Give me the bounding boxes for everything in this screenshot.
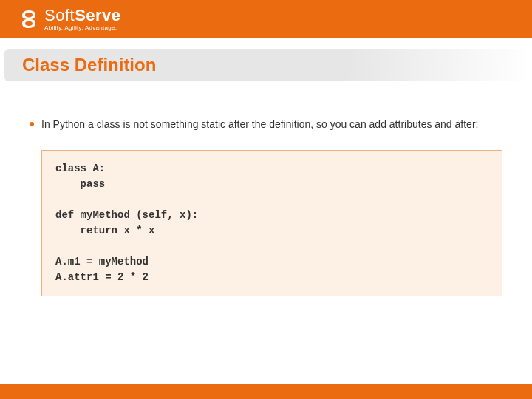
- slide-title: Class Definition: [22, 55, 156, 75]
- brand-name: SoftServe: [44, 7, 121, 24]
- brand-logo: SoftServe Ability. Agility. Advantage.: [18, 7, 121, 31]
- code-block: class A: pass def myMethod (self, x): re…: [41, 150, 502, 296]
- footer-bar: [0, 384, 532, 399]
- brand-mark-icon: [18, 8, 40, 30]
- header-gap: [0, 38, 532, 49]
- brand-name-bold: Serve: [75, 6, 120, 24]
- title-strip: Class Definition: [4, 49, 532, 81]
- bullet-text: In Python a class is not something stati…: [41, 117, 478, 132]
- bullet-item: In Python a class is not something stati…: [30, 117, 502, 132]
- header-bar: SoftServe Ability. Agility. Advantage.: [0, 0, 532, 38]
- brand-tagline: Ability. Agility. Advantage.: [44, 25, 121, 31]
- slide-content: In Python a class is not something stati…: [0, 81, 532, 296]
- brand-name-light: Soft: [44, 6, 75, 24]
- bullet-dot-icon: [30, 122, 34, 126]
